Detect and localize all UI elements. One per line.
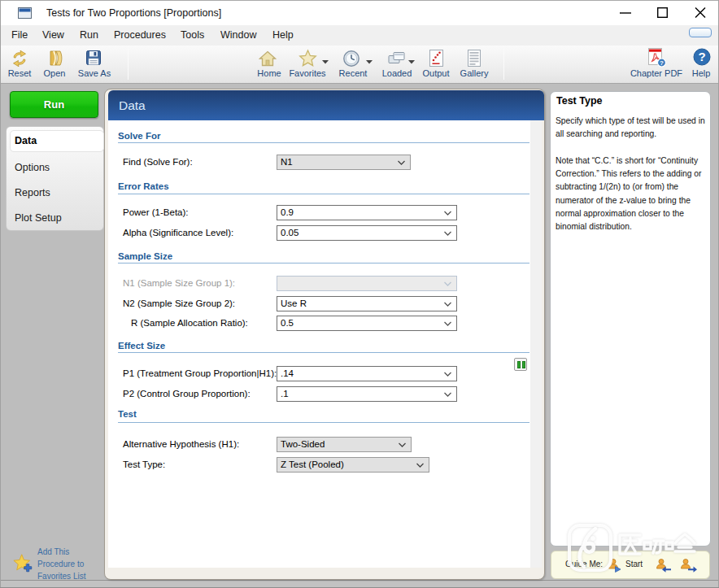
svg-text:?: ? <box>660 59 664 67</box>
svg-text:?: ? <box>698 50 705 63</box>
